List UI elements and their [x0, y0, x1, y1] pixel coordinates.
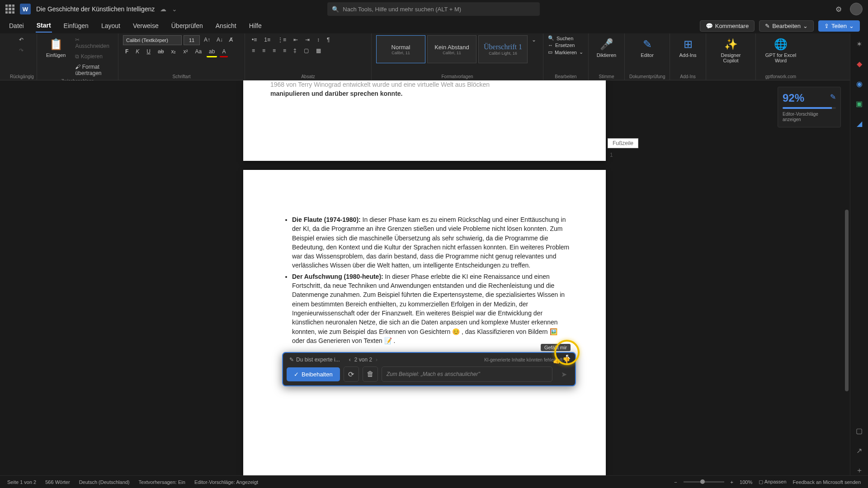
align-left-button[interactable]: ≡: [250, 46, 257, 55]
list-item[interactable]: Die Flaute (1974-1980): In dieser Phase …: [292, 215, 570, 270]
keep-button[interactable]: ✓Beibehalten: [287, 367, 340, 381]
zoom-out-button[interactable]: −: [674, 479, 677, 485]
multilevel-button[interactable]: ⋮≡: [275, 35, 288, 44]
page-1[interactable]: 1968 von Terry Winograd entwickelt wurde…: [243, 80, 606, 161]
designer-button[interactable]: ✨Designer Copilot: [711, 35, 751, 66]
prompt-chip[interactable]: ✎Du bist experte i...: [289, 357, 340, 363]
indent-button[interactable]: ⇥: [303, 35, 312, 44]
format-painter-button[interactable]: 🖌 Format übertragen: [73, 62, 113, 78]
underline-button[interactable]: U: [144, 47, 153, 57]
replace-button[interactable]: ↔ Ersetzen: [548, 42, 584, 48]
redo-button[interactable]: ↷: [17, 46, 26, 55]
justify-button[interactable]: ≡: [281, 46, 288, 55]
style-normal[interactable]: NormalCalibri, 11: [376, 35, 425, 63]
addins-button[interactable]: ⊞Add-Ins: [675, 35, 701, 61]
rail-icon[interactable]: ◉: [854, 79, 864, 89]
page-status[interactable]: Seite 1 von 2: [7, 479, 36, 485]
numbering-button[interactable]: 1≡: [262, 35, 273, 44]
tab-start[interactable]: Start: [36, 19, 52, 33]
editor-status[interactable]: Editor-Vorschläge: Angezeigt: [194, 479, 258, 485]
prev-button[interactable]: ‹: [349, 357, 351, 363]
rail-icon[interactable]: ↗: [854, 446, 864, 455]
tab-verweise[interactable]: Verweise: [132, 19, 160, 32]
rail-icon[interactable]: ▢: [854, 426, 864, 436]
style-more-button[interactable]: ⌄: [529, 35, 538, 63]
style-no-spacing[interactable]: Kein AbstandCalibri, 11: [427, 35, 476, 63]
outdent-button[interactable]: ⇤: [291, 35, 300, 44]
zoom-in-button[interactable]: +: [731, 479, 733, 485]
clear-format-button[interactable]: A̸: [227, 35, 235, 45]
search-input[interactable]: 🔍 Nach Tools, Hilfe und mehr suchen (ALT…: [327, 2, 540, 16]
align-right-button[interactable]: ≡: [270, 46, 278, 55]
strike-button[interactable]: ab: [156, 47, 166, 57]
superscript-button[interactable]: x²: [181, 47, 190, 57]
subscript-button[interactable]: x₂: [169, 47, 178, 57]
gear-icon[interactable]: ⚙: [834, 4, 844, 14]
gpt-button[interactable]: 🌐GPT for Excel Word: [760, 35, 801, 66]
list-item[interactable]: Der Aufschwung (1980-heute): In dieser P…: [292, 272, 570, 345]
font-size-select[interactable]: [184, 35, 200, 45]
editor-score-panel[interactable]: 92% ✎ Editor-Vorschläge anzeigen: [778, 87, 841, 127]
case-button[interactable]: Aa: [193, 47, 204, 57]
predictions-status[interactable]: Textvorhersagen: Ein: [139, 479, 185, 485]
vertical-scrollbar[interactable]: [844, 80, 850, 475]
tab-ueberpruefen[interactable]: Überprüfen: [170, 19, 204, 32]
dictate-button[interactable]: 🎤Diktieren: [593, 35, 620, 61]
chevron-down-icon[interactable]: ⌄: [172, 5, 177, 13]
rail-icon[interactable]: ◢: [854, 118, 864, 128]
zoom-slider[interactable]: [684, 481, 724, 483]
find-button[interactable]: 🔍 Suchen: [548, 35, 584, 41]
sort-button[interactable]: ↕: [315, 35, 322, 44]
bullets-button[interactable]: •≡: [250, 35, 259, 44]
page-2[interactable]: Die Flaute (1974-1980): In dieser Phase …: [243, 170, 606, 475]
italic-button[interactable]: K: [133, 47, 142, 57]
copilot-rail-icon[interactable]: ✶: [854, 39, 864, 49]
align-center-button[interactable]: ≡: [260, 46, 268, 55]
style-heading1[interactable]: Überschrift 1Calibri Light, 16: [478, 35, 528, 63]
undo-button[interactable]: ↶: [17, 35, 26, 44]
thumbs-up-icon[interactable]: 👍: [552, 357, 561, 365]
pilcrow-button[interactable]: ¶: [325, 35, 332, 44]
avatar[interactable]: [850, 3, 863, 15]
word-count[interactable]: 566 Wörter: [45, 479, 70, 485]
font-name-select[interactable]: [123, 35, 182, 45]
tab-einfuegen[interactable]: Einfügen: [63, 19, 90, 32]
line-spacing-button[interactable]: ‡: [291, 46, 299, 55]
shading-button[interactable]: ▢: [302, 46, 311, 55]
style-gallery[interactable]: NormalCalibri, 11 Kein AbstandCalibri, 1…: [376, 35, 538, 63]
select-button[interactable]: ▭ Markieren ⌄: [548, 49, 584, 55]
rail-icon[interactable]: ▣: [854, 99, 864, 108]
tab-layout[interactable]: Layout: [100, 19, 121, 32]
highlight-button[interactable]: ab: [207, 47, 217, 57]
regenerate-button[interactable]: ⟳: [344, 366, 359, 382]
editor-button[interactable]: ✎Editor: [629, 35, 665, 61]
rail-add-button[interactable]: ＋: [854, 465, 864, 475]
fit-button[interactable]: ▢ Anpassen: [759, 479, 786, 485]
shrink-font-button[interactable]: A↓: [214, 35, 225, 45]
send-button[interactable]: ➤: [556, 366, 571, 382]
app-launcher-icon[interactable]: [5, 5, 14, 14]
edit-mode-button[interactable]: ✎Bearbeiten⌄: [759, 20, 814, 32]
tab-datei[interactable]: Datei: [8, 19, 25, 32]
paste-button[interactable]: 📋Einfügen: [42, 35, 70, 78]
tab-ansicht[interactable]: Ansicht: [215, 19, 237, 32]
tab-hilfe[interactable]: Hilfe: [248, 19, 263, 32]
rail-icon[interactable]: ◆: [854, 59, 864, 69]
borders-button[interactable]: ▦: [314, 46, 323, 55]
comments-button[interactable]: 💬Kommentare: [700, 20, 755, 32]
next-button[interactable]: ›: [376, 357, 377, 363]
score-label[interactable]: Editor-Vorschläge anzeigen: [783, 112, 836, 122]
document-title[interactable]: Die Geschichte der Künstlichen Intellige…: [36, 5, 155, 13]
grow-font-button[interactable]: A↑: [202, 35, 212, 45]
feedback-link[interactable]: Feedback an Microsoft senden: [793, 479, 861, 485]
bold-button[interactable]: F: [123, 47, 131, 57]
copilot-input[interactable]: [382, 366, 552, 382]
save-status-icon[interactable]: ☁: [160, 5, 166, 13]
language-status[interactable]: Deutsch (Deutschland): [79, 479, 130, 485]
share-button[interactable]: ⇪Teilen⌄: [818, 20, 860, 32]
footer-label[interactable]: Fußzeile: [608, 138, 638, 148]
discard-button[interactable]: 🗑: [363, 366, 378, 382]
zoom-level[interactable]: 100%: [740, 479, 752, 485]
font-color-button[interactable]: A: [220, 47, 228, 57]
thumbs-down-icon[interactable]: 👎: [562, 357, 571, 365]
